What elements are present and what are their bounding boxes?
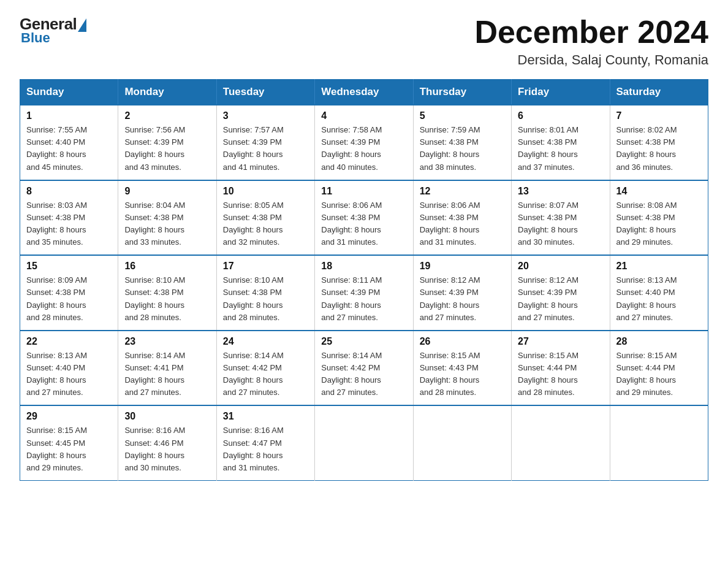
day-info: Sunrise: 8:02 AM Sunset: 4:38 PM Dayligh… (616, 124, 702, 174)
calendar-week-row: 1 Sunrise: 7:55 AM Sunset: 4:40 PM Dayli… (20, 105, 708, 180)
col-saturday: Saturday (610, 80, 708, 105)
day-info: Sunrise: 8:06 AM Sunset: 4:38 PM Dayligh… (420, 199, 505, 249)
table-row (512, 405, 610, 480)
day-info: Sunrise: 8:09 AM Sunset: 4:38 PM Dayligh… (26, 274, 112, 324)
table-row: 16 Sunrise: 8:10 AM Sunset: 4:38 PM Dayl… (118, 255, 216, 331)
logo-triangle-icon (78, 18, 86, 32)
day-info: Sunrise: 8:14 AM Sunset: 4:42 PM Dayligh… (321, 350, 406, 399)
day-info: Sunrise: 8:15 AM Sunset: 4:45 PM Dayligh… (26, 424, 112, 474)
table-row: 1 Sunrise: 7:55 AM Sunset: 4:40 PM Dayli… (20, 105, 118, 180)
col-wednesday: Wednesday (315, 80, 413, 105)
day-number: 17 (223, 261, 308, 272)
day-info: Sunrise: 8:03 AM Sunset: 4:38 PM Dayligh… (26, 199, 112, 249)
table-row: 20 Sunrise: 8:12 AM Sunset: 4:39 PM Dayl… (512, 255, 610, 331)
day-info: Sunrise: 7:56 AM Sunset: 4:39 PM Dayligh… (124, 124, 210, 174)
table-row: 28 Sunrise: 8:15 AM Sunset: 4:44 PM Dayl… (610, 331, 708, 406)
table-row: 25 Sunrise: 8:14 AM Sunset: 4:42 PM Dayl… (315, 331, 413, 406)
day-number: 14 (616, 186, 702, 197)
table-row: 10 Sunrise: 8:05 AM Sunset: 4:38 PM Dayl… (216, 180, 314, 256)
day-number: 1 (26, 110, 112, 121)
table-row: 21 Sunrise: 8:13 AM Sunset: 4:40 PM Dayl… (610, 255, 708, 331)
day-info: Sunrise: 8:14 AM Sunset: 4:41 PM Dayligh… (124, 350, 210, 399)
calendar-header-row: Sunday Monday Tuesday Wednesday Thursday… (20, 80, 708, 105)
day-info: Sunrise: 8:16 AM Sunset: 4:47 PM Dayligh… (223, 424, 308, 474)
day-number: 3 (223, 110, 308, 121)
table-row: 15 Sunrise: 8:09 AM Sunset: 4:38 PM Dayl… (20, 255, 118, 331)
day-number: 31 (223, 411, 308, 422)
day-number: 13 (518, 186, 603, 197)
day-number: 5 (420, 110, 505, 121)
day-info: Sunrise: 8:10 AM Sunset: 4:38 PM Dayligh… (223, 274, 308, 324)
day-info: Sunrise: 8:04 AM Sunset: 4:38 PM Dayligh… (124, 199, 210, 249)
month-title: December 2024 (474, 15, 708, 50)
day-number: 9 (124, 186, 210, 197)
day-info: Sunrise: 8:12 AM Sunset: 4:39 PM Dayligh… (518, 274, 603, 324)
day-number: 19 (420, 261, 505, 272)
day-info: Sunrise: 8:15 AM Sunset: 4:44 PM Dayligh… (518, 350, 603, 399)
day-info: Sunrise: 8:16 AM Sunset: 4:46 PM Dayligh… (124, 424, 210, 474)
day-number: 2 (124, 110, 210, 121)
table-row: 3 Sunrise: 7:57 AM Sunset: 4:39 PM Dayli… (216, 105, 314, 180)
day-info: Sunrise: 8:13 AM Sunset: 4:40 PM Dayligh… (26, 350, 112, 399)
day-info: Sunrise: 7:55 AM Sunset: 4:40 PM Dayligh… (26, 124, 112, 174)
col-tuesday: Tuesday (216, 80, 314, 105)
col-friday: Friday (512, 80, 610, 105)
day-info: Sunrise: 8:08 AM Sunset: 4:38 PM Dayligh… (616, 199, 702, 249)
day-number: 23 (124, 336, 210, 347)
day-number: 29 (26, 411, 112, 422)
day-number: 4 (321, 110, 406, 121)
title-block: December 2024 Dersida, Salaj County, Rom… (474, 15, 708, 68)
day-number: 11 (321, 186, 406, 197)
col-monday: Monday (118, 80, 216, 105)
day-info: Sunrise: 8:11 AM Sunset: 4:39 PM Dayligh… (321, 274, 406, 324)
day-info: Sunrise: 8:07 AM Sunset: 4:38 PM Dayligh… (518, 199, 603, 249)
calendar-week-row: 15 Sunrise: 8:09 AM Sunset: 4:38 PM Dayl… (20, 255, 708, 331)
day-info: Sunrise: 8:14 AM Sunset: 4:42 PM Dayligh… (223, 350, 308, 399)
calendar-week-row: 8 Sunrise: 8:03 AM Sunset: 4:38 PM Dayli… (20, 180, 708, 256)
day-info: Sunrise: 7:58 AM Sunset: 4:39 PM Dayligh… (321, 124, 406, 174)
day-number: 25 (321, 336, 406, 347)
page-header: General Blue December 2024 Dersida, Sala… (20, 15, 708, 68)
day-number: 15 (26, 261, 112, 272)
table-row: 19 Sunrise: 8:12 AM Sunset: 4:39 PM Dayl… (413, 255, 511, 331)
day-info: Sunrise: 8:15 AM Sunset: 4:44 PM Dayligh… (616, 350, 702, 399)
table-row: 8 Sunrise: 8:03 AM Sunset: 4:38 PM Dayli… (20, 180, 118, 256)
table-row: 4 Sunrise: 7:58 AM Sunset: 4:39 PM Dayli… (315, 105, 413, 180)
day-info: Sunrise: 8:05 AM Sunset: 4:38 PM Dayligh… (223, 199, 308, 249)
day-number: 16 (124, 261, 210, 272)
table-row: 26 Sunrise: 8:15 AM Sunset: 4:43 PM Dayl… (413, 331, 511, 406)
day-number: 18 (321, 261, 406, 272)
table-row: 17 Sunrise: 8:10 AM Sunset: 4:38 PM Dayl… (216, 255, 314, 331)
day-number: 24 (223, 336, 308, 347)
table-row (413, 405, 511, 480)
table-row: 6 Sunrise: 8:01 AM Sunset: 4:38 PM Dayli… (512, 105, 610, 180)
table-row: 5 Sunrise: 7:59 AM Sunset: 4:38 PM Dayli… (413, 105, 511, 180)
day-number: 30 (124, 411, 210, 422)
day-info: Sunrise: 8:06 AM Sunset: 4:38 PM Dayligh… (321, 199, 406, 249)
day-number: 10 (223, 186, 308, 197)
table-row: 18 Sunrise: 8:11 AM Sunset: 4:39 PM Dayl… (315, 255, 413, 331)
table-row: 22 Sunrise: 8:13 AM Sunset: 4:40 PM Dayl… (20, 331, 118, 406)
table-row: 7 Sunrise: 8:02 AM Sunset: 4:38 PM Dayli… (610, 105, 708, 180)
day-number: 12 (420, 186, 505, 197)
calendar-table: Sunday Monday Tuesday Wednesday Thursday… (20, 79, 708, 481)
day-number: 8 (26, 186, 112, 197)
logo-blue-text: Blue (21, 30, 50, 46)
day-number: 26 (420, 336, 505, 347)
day-info: Sunrise: 7:57 AM Sunset: 4:39 PM Dayligh… (223, 124, 308, 174)
day-info: Sunrise: 8:01 AM Sunset: 4:38 PM Dayligh… (518, 124, 603, 174)
day-number: 20 (518, 261, 603, 272)
day-info: Sunrise: 8:10 AM Sunset: 4:38 PM Dayligh… (124, 274, 210, 324)
table-row: 30 Sunrise: 8:16 AM Sunset: 4:46 PM Dayl… (118, 405, 216, 480)
day-info: Sunrise: 7:59 AM Sunset: 4:38 PM Dayligh… (420, 124, 505, 174)
day-number: 7 (616, 110, 702, 121)
table-row: 2 Sunrise: 7:56 AM Sunset: 4:39 PM Dayli… (118, 105, 216, 180)
day-info: Sunrise: 8:12 AM Sunset: 4:39 PM Dayligh… (420, 274, 505, 324)
day-number: 27 (518, 336, 603, 347)
day-info: Sunrise: 8:13 AM Sunset: 4:40 PM Dayligh… (616, 274, 702, 324)
logo: General Blue (20, 15, 86, 46)
day-info: Sunrise: 8:15 AM Sunset: 4:43 PM Dayligh… (420, 350, 505, 399)
table-row: 13 Sunrise: 8:07 AM Sunset: 4:38 PM Dayl… (512, 180, 610, 256)
table-row (315, 405, 413, 480)
calendar-week-row: 29 Sunrise: 8:15 AM Sunset: 4:45 PM Dayl… (20, 405, 708, 480)
